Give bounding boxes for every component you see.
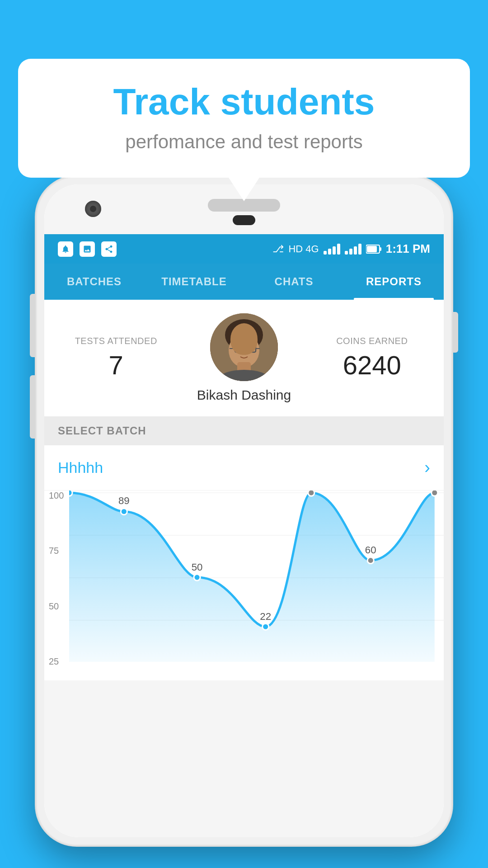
status-left-icons bbox=[58, 241, 117, 257]
bubble-title: Track students bbox=[45, 81, 443, 122]
tab-bar: BATCHES TIMETABLE CHATS REPORTS bbox=[44, 264, 444, 300]
y-label-75: 75 bbox=[49, 546, 64, 556]
select-batch-label: SELECT BATCH bbox=[58, 425, 430, 437]
tab-timetable[interactable]: TIMETABLE bbox=[144, 264, 244, 300]
notification-icon-1 bbox=[58, 241, 73, 257]
notification-icon-3 bbox=[101, 241, 117, 257]
tab-batches[interactable]: BATCHES bbox=[44, 264, 144, 300]
bluetooth-icon: ⎇ bbox=[272, 243, 284, 255]
svg-text:50: 50 bbox=[192, 561, 203, 573]
battery-icon bbox=[366, 244, 381, 254]
svg-point-21 bbox=[194, 574, 200, 580]
tests-attended-block: TESTS ATTENDED 7 bbox=[58, 336, 174, 380]
camera-icon bbox=[85, 201, 101, 217]
tests-attended-value: 7 bbox=[58, 350, 174, 380]
signal-bars-2 bbox=[345, 244, 361, 255]
y-label-25: 25 bbox=[49, 656, 64, 667]
tab-reports[interactable]: REPORTS bbox=[344, 264, 444, 300]
svg-rect-1 bbox=[380, 247, 381, 251]
phone-outer: ⎇ HD 4G bbox=[36, 176, 452, 845]
status-bar: ⎇ HD 4G bbox=[44, 234, 444, 264]
coins-earned-value: 6240 bbox=[314, 350, 431, 380]
svg-rect-10 bbox=[235, 345, 245, 352]
signal-bars bbox=[324, 244, 340, 255]
phone-screen: ⎇ HD 4G bbox=[44, 234, 444, 837]
avatar-name: Bikash Dashing bbox=[197, 387, 291, 403]
svg-point-22 bbox=[263, 623, 269, 630]
bubble-subtitle: perfomance and test reports bbox=[45, 131, 443, 153]
svg-text:22: 22 bbox=[260, 611, 271, 622]
svg-point-23 bbox=[308, 491, 314, 496]
svg-point-8 bbox=[236, 345, 241, 350]
tests-attended-label: TESTS ATTENDED bbox=[58, 336, 174, 346]
profile-section: TESTS ATTENDED 7 bbox=[44, 300, 444, 416]
batch-item[interactable]: Hhhhh › bbox=[44, 445, 444, 491]
chevron-right-icon: › bbox=[424, 458, 430, 477]
phone-mockup: ⎇ HD 4G bbox=[36, 176, 452, 868]
coins-earned-block: COINS EARNED 6240 bbox=[314, 336, 431, 380]
svg-rect-2 bbox=[367, 246, 377, 252]
status-right-info: ⎇ HD 4G bbox=[272, 242, 430, 256]
svg-point-9 bbox=[247, 345, 252, 350]
y-label-100: 100 bbox=[49, 491, 64, 501]
svg-text:89: 89 bbox=[118, 495, 130, 506]
svg-point-24 bbox=[367, 557, 374, 564]
avatar-block: Bikash Dashing bbox=[174, 313, 314, 403]
batch-name: Hhhhh bbox=[58, 459, 103, 476]
network-label: HD 4G bbox=[288, 243, 319, 255]
svg-point-25 bbox=[432, 491, 438, 496]
avatar bbox=[210, 313, 278, 381]
chart-svg: 100 89 50 22 100 60 100 bbox=[69, 491, 444, 664]
tab-chats[interactable]: CHATS bbox=[244, 264, 344, 300]
svg-point-20 bbox=[121, 508, 127, 514]
chart-area: 100 75 50 25 bbox=[44, 491, 444, 680]
status-time: 1:11 PM bbox=[386, 242, 430, 256]
coins-earned-label: COINS EARNED bbox=[314, 336, 431, 346]
svg-text:60: 60 bbox=[365, 545, 376, 556]
speech-bubble: Track students perfomance and test repor… bbox=[18, 59, 470, 178]
avatar-face bbox=[210, 313, 278, 381]
y-label-50: 50 bbox=[49, 601, 64, 612]
notification-icon-2 bbox=[80, 241, 95, 257]
front-sensor bbox=[233, 215, 255, 225]
phone-inner: ⎇ HD 4G bbox=[44, 184, 444, 837]
svg-point-19 bbox=[69, 491, 72, 496]
select-batch-header: SELECT BATCH bbox=[44, 416, 444, 445]
y-axis-labels: 100 75 50 25 bbox=[49, 491, 64, 667]
